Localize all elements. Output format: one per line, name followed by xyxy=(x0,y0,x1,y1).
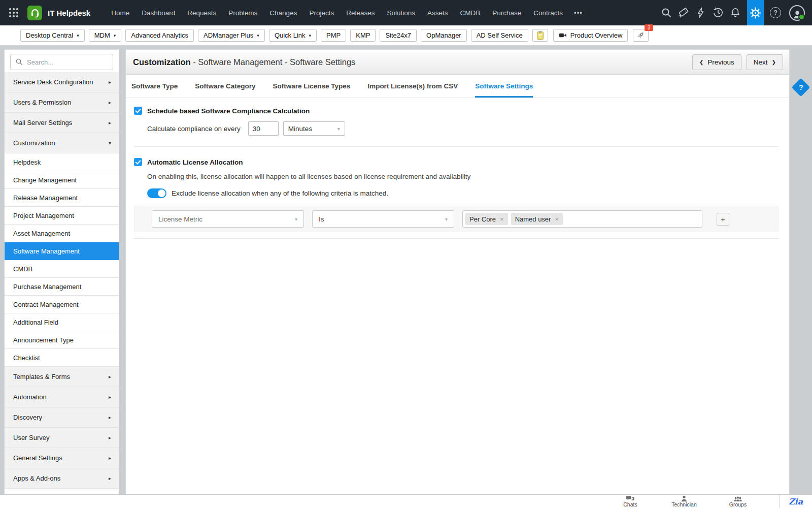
sidebar-item-helpdesk[interactable]: Helpdesk xyxy=(5,153,119,171)
sidebar-item-user-survey[interactable]: User Survey▸ xyxy=(5,428,119,448)
interval-unit-select[interactable]: Minutes ▾ xyxy=(283,121,345,136)
sidebar-item-additional-field[interactable]: Additional Field xyxy=(5,313,119,331)
auto-license-allocation-checkbox[interactable] xyxy=(134,158,142,166)
sidebar-item-templates-forms[interactable]: Templates & Forms▸ xyxy=(5,367,119,387)
notifications-bell-icon[interactable] xyxy=(727,0,744,25)
sidebar-item-cmdb[interactable]: CMDB xyxy=(5,260,119,278)
history-icon[interactable] xyxy=(709,0,727,25)
sidebar-item-label: User Survey xyxy=(13,434,50,441)
nav-item-problems[interactable]: Problems xyxy=(228,7,257,19)
chevron-right-icon: ▸ xyxy=(109,374,111,379)
nav-item-changes[interactable]: Changes xyxy=(269,7,297,19)
chip-per-core: Per Core× xyxy=(465,213,508,225)
toolbar-button-label: PMP xyxy=(326,31,341,39)
sidebar-item-label: Project Management xyxy=(13,212,74,219)
sidebar-item-release-management[interactable]: Release Management xyxy=(5,189,119,207)
online-presence-dot xyxy=(798,14,805,20)
nav-item-contracts[interactable]: Contracts xyxy=(533,7,563,19)
toolbar-button-desktop-central[interactable]: Desktop Central▾ xyxy=(20,29,85,42)
sidebar-item-users-permission[interactable]: Users & Permission▸ xyxy=(5,92,119,113)
chats-button[interactable]: Chats xyxy=(603,495,657,508)
app-grid-icon[interactable] xyxy=(8,7,19,18)
sidebar-item-label: Customization xyxy=(13,139,55,147)
sidebar-item-service-desk-configuration[interactable]: Service Desk Configuration▸ xyxy=(5,72,119,92)
add-request-icon[interactable] xyxy=(675,0,692,25)
chip-remove-icon[interactable]: × xyxy=(555,215,559,223)
nav-more-icon[interactable]: ••• xyxy=(574,9,583,17)
next-button[interactable]: Next ❯ xyxy=(747,54,783,70)
nav-item-projects[interactable]: Projects xyxy=(309,7,334,19)
settings-gear-icon[interactable] xyxy=(747,0,764,25)
toolbar-button-advanced-analytics[interactable]: Advanced Analytics xyxy=(125,29,194,42)
toolbar-button-label: ADManager Plus xyxy=(204,31,253,39)
nav-item-home[interactable]: Home xyxy=(111,7,129,19)
sidebar-item-change-management[interactable]: Change Management xyxy=(5,171,119,189)
chevron-right-icon: ▸ xyxy=(109,475,111,481)
nav-item-purchase[interactable]: Purchase xyxy=(492,7,521,19)
previous-button[interactable]: ❮ Previous xyxy=(692,54,741,70)
sidebar-item-label: Service Desk Configuration xyxy=(13,78,93,86)
sidebar-item-software-management[interactable]: Software Management xyxy=(5,242,119,260)
chevron-right-icon: ❯ xyxy=(772,59,776,65)
sidebar-item-checklist[interactable]: Checklist xyxy=(5,349,119,367)
toolbar-button-kmp[interactable]: KMP xyxy=(350,29,376,42)
top-nav-links: HomeDashboardRequestsProblemsChangesProj… xyxy=(111,7,563,19)
helpdesk-logo[interactable] xyxy=(27,6,42,20)
toolbar-button-quick-link[interactable]: Quick Link▾ xyxy=(269,29,317,42)
chevron-down-icon: ▾ xyxy=(109,140,111,146)
toolbar-button-label: KMP xyxy=(356,31,370,39)
exclude-allocation-toggle[interactable] xyxy=(147,188,166,198)
sidebar-item-general-settings[interactable]: General Settings▸ xyxy=(5,448,119,468)
help-icon[interactable]: ? xyxy=(767,0,784,25)
toolbar-button-pmp[interactable]: PMP xyxy=(321,29,346,42)
nav-item-dashboard[interactable]: Dashboard xyxy=(142,7,175,19)
tab-software-type[interactable]: Software Type xyxy=(131,75,178,98)
criteria-values-input[interactable]: Per Core×Named user× xyxy=(462,210,702,228)
schedule-compliance-checkbox[interactable] xyxy=(134,107,142,115)
sidebar-item-label: Discovery xyxy=(13,414,42,421)
nav-item-assets[interactable]: Assets xyxy=(427,7,448,19)
zia-logo[interactable]: Zia xyxy=(780,495,812,508)
search-icon[interactable] xyxy=(658,0,675,25)
sidebar-item-automation[interactable]: Automation▸ xyxy=(5,387,119,407)
operator-select[interactable]: Is ▾ xyxy=(312,210,454,228)
toolbar-button-admanager-plus[interactable]: ADManager Plus▾ xyxy=(198,29,265,42)
toolbar-button-ad-self-service[interactable]: AD Self Service xyxy=(471,29,528,42)
tab-software-settings[interactable]: Software Settings xyxy=(475,75,533,98)
technician-button[interactable]: Technician xyxy=(657,495,711,508)
sidebar-item-apps-add-ons[interactable]: Apps & Add-ons▸ xyxy=(5,468,119,489)
notes-clipboard-button[interactable] xyxy=(532,29,548,42)
sidebar-item-label: Asset Management xyxy=(13,230,70,237)
tab-import-license-s-from-csv[interactable]: Import License(s) from CSV xyxy=(367,75,458,98)
groups-button[interactable]: Groups xyxy=(711,495,765,508)
nav-item-releases[interactable]: Releases xyxy=(346,7,375,19)
chevron-down-icon: ▾ xyxy=(445,216,448,222)
tab-software-category[interactable]: Software Category xyxy=(195,75,255,98)
sidebar-item-label: Mail Server Settings xyxy=(13,119,72,126)
add-criteria-button[interactable]: + xyxy=(717,213,729,226)
sidebar-item-discovery[interactable]: Discovery▸ xyxy=(5,407,119,428)
product-overview-button[interactable]: Product Overview xyxy=(553,29,628,42)
page-header: Customization - Software Management - So… xyxy=(126,50,789,75)
sidebar-item-announcement-type[interactable]: Announcement Type xyxy=(5,331,119,349)
sidebar-item-contract-management[interactable]: Contract Management xyxy=(5,296,119,313)
sidebar-item-project-management[interactable]: Project Management xyxy=(5,207,119,225)
sidebar-item-asset-management[interactable]: Asset Management xyxy=(5,225,119,242)
nav-item-requests[interactable]: Requests xyxy=(187,7,216,19)
tab-software-license-types[interactable]: Software License Types xyxy=(273,75,351,98)
toolbar-button-mdm[interactable]: MDM▾ xyxy=(89,29,122,42)
sidebar-item-purchase-management[interactable]: Purchase Management xyxy=(5,278,119,296)
sidebar-item-customization[interactable]: Customization▾ xyxy=(5,133,119,153)
toolbar-button-site24x7[interactable]: Site24x7 xyxy=(380,29,417,42)
sidebar-item-mail-server-settings[interactable]: Mail Server Settings▸ xyxy=(5,113,119,133)
compliance-interval-input[interactable] xyxy=(248,121,279,136)
nav-item-cmdb[interactable]: CMDB xyxy=(460,7,481,19)
user-avatar[interactable] xyxy=(789,5,805,21)
sidebar-item-label: Checklist xyxy=(13,354,40,362)
lightning-icon[interactable] xyxy=(692,0,709,25)
toolbar-button-opmanager[interactable]: OpManager xyxy=(421,29,467,42)
license-metric-select[interactable]: License Metric ▾ xyxy=(152,210,304,228)
sidebar-search-input[interactable] xyxy=(10,54,113,70)
chip-remove-icon[interactable]: × xyxy=(500,215,504,223)
nav-item-solutions[interactable]: Solutions xyxy=(387,7,415,19)
